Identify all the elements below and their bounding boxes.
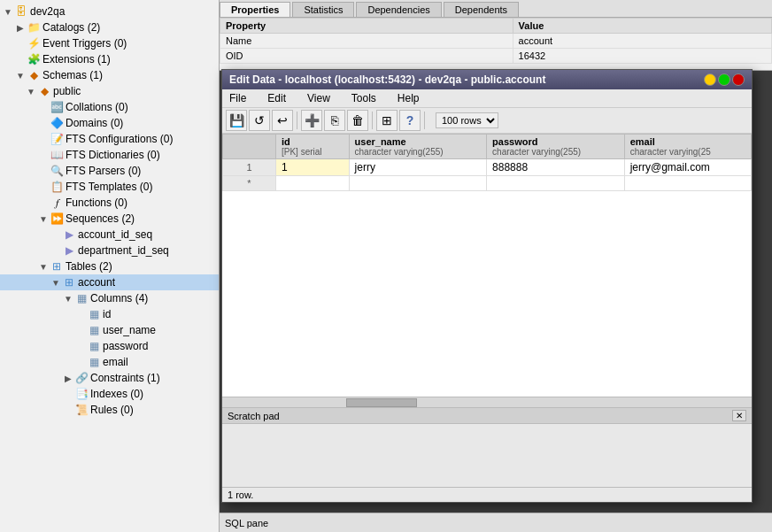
tree-col-user-name[interactable]: ▦ user_name xyxy=(0,322,219,338)
scratch-pad-label: Scratch pad xyxy=(228,411,280,421)
scratch-pad-body[interactable] xyxy=(222,424,752,477)
extensions-label: Extensions (1) xyxy=(42,53,111,66)
props-cell-name-label: Name xyxy=(220,34,513,49)
toggle-tables[interactable]: ▼ xyxy=(37,262,50,272)
close-button[interactable] xyxy=(732,73,745,86)
dialog-window-controls xyxy=(704,73,745,86)
tab-dependencies[interactable]: Dependencies xyxy=(356,2,441,17)
toolbar-add-btn[interactable]: ➕ xyxy=(301,110,322,131)
toggle-schemas[interactable]: ▼ xyxy=(14,71,27,81)
props-row-oid: OID 16432 xyxy=(220,49,772,64)
cell-id-new[interactable] xyxy=(276,176,350,191)
tree-dept-id-seq[interactable]: ▶ department_id_seq xyxy=(0,243,219,258)
horizontal-scrollbar[interactable] xyxy=(222,397,752,407)
cell-email-new[interactable] xyxy=(624,176,751,191)
tree-col-email[interactable]: ▦ email xyxy=(0,354,219,370)
cell-email-1[interactable]: jerry@gmail.com xyxy=(624,159,751,176)
tree-root[interactable]: ▼ 🗄 dev2qa xyxy=(0,4,219,19)
menu-view[interactable]: View xyxy=(304,91,334,105)
cell-password-new[interactable] xyxy=(487,176,625,191)
tab-statistics[interactable]: Statistics xyxy=(292,2,354,17)
rules-label: Rules (0) xyxy=(90,404,134,416)
schemas-icon: ◆ xyxy=(27,68,41,82)
sql-pane-label: SQL pane xyxy=(225,518,268,528)
properties-table: Property Value Name account OID 16432 xyxy=(220,18,772,64)
toggle-constraints[interactable]: ▶ xyxy=(62,374,74,383)
col-type-id: [PK] serial xyxy=(282,147,344,157)
tree-account[interactable]: ▼ ⊞ account xyxy=(0,274,219,290)
tree-col-password[interactable]: ▦ password xyxy=(0,338,219,354)
props-col-value: Value xyxy=(513,19,771,34)
tree-sequences[interactable]: ▼ ⏩ Sequences (2) xyxy=(0,211,219,227)
tab-properties[interactable]: Properties xyxy=(220,2,290,17)
dialog-toolbar: 💾 ↺ ↩ ➕ ⎘ 🗑 ⊞ ? 100 rows 50 rows 200 row… xyxy=(222,108,752,134)
fts-configs-label: FTS Configurations (0) xyxy=(66,133,173,145)
toolbar-refresh-btn[interactable]: ↺ xyxy=(249,110,270,131)
scratch-pad-close-btn[interactable]: ✕ xyxy=(732,410,746,421)
indexes-icon: 📑 xyxy=(74,387,89,401)
tree-schemas[interactable]: ▼ ◆ Schemas (1) xyxy=(0,67,219,83)
hscroll-thumb[interactable] xyxy=(346,398,417,407)
public-label: public xyxy=(53,85,81,97)
tree-indexes[interactable]: 📑 Indexes (0) xyxy=(0,386,219,402)
toggle-public[interactable]: ▼ xyxy=(25,87,37,96)
menu-edit[interactable]: Edit xyxy=(264,91,290,105)
data-grid-container[interactable]: id [PK] serial user_name character varyi… xyxy=(222,134,752,397)
tree-catalogs[interactable]: ▶ 📁 Catalogs (2) xyxy=(0,19,219,35)
col-name-password: password xyxy=(492,136,537,147)
toolbar-undo-btn[interactable]: ↩ xyxy=(272,110,293,131)
tables-label: Tables (2) xyxy=(66,260,112,273)
toggle-sequences[interactable]: ▼ xyxy=(37,214,50,224)
dialog-title-text: Edit Data - localhost (localhost:5432) -… xyxy=(229,73,545,86)
cell-user-name-new[interactable] xyxy=(349,176,487,191)
tree-fts-templates[interactable]: 📋 FTS Templates (0) xyxy=(0,179,219,195)
tab-dependents[interactable]: Dependents xyxy=(444,2,519,17)
cell-id-1[interactable]: 1 xyxy=(276,159,350,176)
sequences-label: Sequences (2) xyxy=(66,212,135,225)
col-header-email[interactable]: email character varying(25 xyxy=(624,135,751,159)
tree-public[interactable]: ▼ ◆ public xyxy=(0,83,219,99)
tree-extensions[interactable]: 🧩 Extensions (1) xyxy=(0,51,219,67)
col-header-password[interactable]: password character varying(255) xyxy=(487,135,625,159)
toolbar-help-btn[interactable]: ? xyxy=(399,110,421,131)
tree-domains[interactable]: 🔷 Domains (0) xyxy=(0,115,219,131)
dept-id-seq-label: department_id_seq xyxy=(78,244,169,257)
tree-col-id[interactable]: ▦ id xyxy=(0,306,219,322)
cell-user-name-1[interactable]: jerry xyxy=(349,159,487,176)
tree-event-triggers[interactable]: ⚡ Event Triggers (0) xyxy=(0,35,219,51)
tree-fts-parsers[interactable]: 🔍 FTS Parsers (0) xyxy=(0,163,219,179)
constraints-label: Constraints (1) xyxy=(90,372,160,384)
tree-account-id-seq[interactable]: ▶ account_id_seq xyxy=(0,227,219,243)
dialog-menu-bar: File Edit View Tools Help xyxy=(222,89,752,108)
toolbar-delete-btn[interactable]: 🗑 xyxy=(347,110,368,131)
col-header-id[interactable]: id [PK] serial xyxy=(276,135,350,159)
tree-functions[interactable]: 𝑓 Functions (0) xyxy=(0,195,219,211)
menu-file[interactable]: File xyxy=(226,91,250,105)
bottom-panel: SQL pane xyxy=(220,513,772,532)
toolbar-filter-btn[interactable]: ⊞ xyxy=(376,110,398,131)
cell-password-1[interactable]: 888888 xyxy=(487,159,625,176)
tree-fts-dicts[interactable]: 📖 FTS Dictionaries (0) xyxy=(0,147,219,163)
toggle-root[interactable]: ▼ xyxy=(2,7,14,17)
maximize-button[interactable] xyxy=(718,73,730,86)
tree-tables[interactable]: ▼ ⊞ Tables (2) xyxy=(0,258,219,274)
toolbar-save-btn[interactable]: 💾 xyxy=(226,110,247,131)
toggle-catalogs[interactable]: ▶ xyxy=(14,23,27,33)
tree-collations[interactable]: 🔤 Collations (0) xyxy=(0,99,219,115)
toolbar-copy-btn[interactable]: ⎘ xyxy=(324,110,345,131)
col-header-user-name[interactable]: user_name character varying(255) xyxy=(349,135,487,159)
fts-templates-icon: 📋 xyxy=(50,180,64,194)
tree-columns[interactable]: ▼ ▦ Columns (4) xyxy=(0,290,219,306)
toggle-account[interactable]: ▼ xyxy=(50,278,62,288)
props-cell-oid-value: 16432 xyxy=(513,49,771,64)
tree-fts-configs[interactable]: 📝 FTS Configurations (0) xyxy=(0,131,219,147)
tree-rules[interactable]: 📜 Rules (0) xyxy=(0,402,219,418)
minimize-button[interactable] xyxy=(704,73,716,86)
db-icon: 🗄 xyxy=(14,4,28,19)
toggle-columns[interactable]: ▼ xyxy=(62,294,74,304)
tree-constraints[interactable]: ▶ 🔗 Constraints (1) xyxy=(0,370,219,386)
menu-tools[interactable]: Tools xyxy=(348,91,380,105)
rows-limit-select[interactable]: 100 rows 50 rows 200 rows 500 rows xyxy=(436,112,498,128)
props-cell-oid-label: OID xyxy=(220,49,513,64)
menu-help[interactable]: Help xyxy=(394,91,423,105)
